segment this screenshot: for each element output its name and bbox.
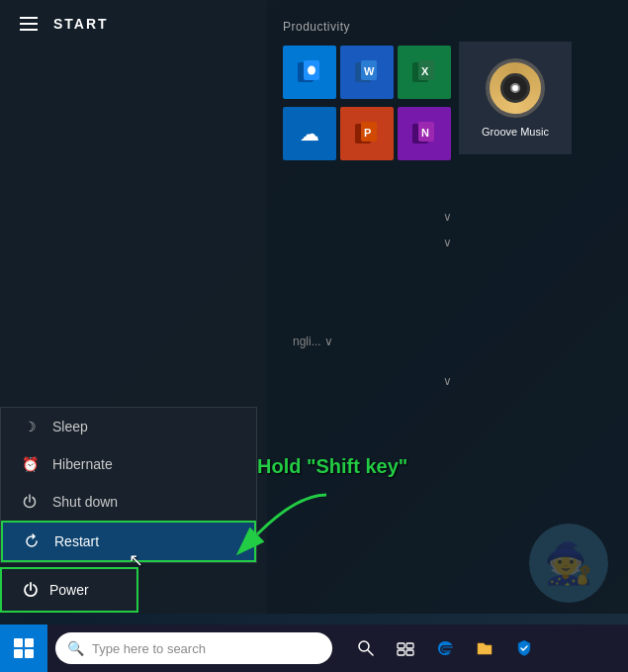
chevron-1: ∨ bbox=[283, 204, 612, 230]
tile-excel[interactable]: X bbox=[398, 46, 451, 99]
restart-menu-item[interactable]: Restart bbox=[1, 521, 256, 562]
svg-text:W: W bbox=[364, 65, 375, 77]
svg-text:N: N bbox=[421, 127, 429, 139]
power-button-label: Power bbox=[49, 582, 89, 598]
tile-groove-music[interactable]: Groove Music bbox=[459, 42, 572, 154]
start-title: START bbox=[53, 16, 109, 32]
svg-point-2 bbox=[308, 66, 315, 75]
svg-rect-21 bbox=[406, 650, 413, 655]
tiles-row-1: W X bbox=[283, 46, 451, 99]
restart-label: Restart bbox=[54, 533, 99, 549]
sleep-icon: ☽ bbox=[21, 418, 39, 435]
svg-rect-20 bbox=[398, 650, 404, 655]
taskbar-search-icon[interactable] bbox=[348, 630, 384, 666]
tile-onenote[interactable]: N bbox=[398, 107, 451, 160]
windows-logo-icon bbox=[14, 638, 34, 658]
tile-onedrive[interactable]: ☁ bbox=[283, 107, 336, 160]
hibernate-icon: ⏰ bbox=[21, 455, 39, 473]
chevron-2: ∨ bbox=[283, 230, 612, 255]
groove-music-label: Groove Music bbox=[482, 126, 549, 138]
tile-powerpoint[interactable]: P bbox=[340, 107, 394, 160]
taskbar-icons bbox=[340, 630, 550, 666]
taskbar-search-box[interactable]: 🔍 Type here to search bbox=[55, 632, 332, 664]
taskbar-start-button[interactable] bbox=[0, 624, 47, 672]
groove-music-icon bbox=[486, 58, 545, 118]
language-indicator: ngli... ∨ bbox=[283, 335, 612, 348]
tiles-area: Productivity W X ☁ P bbox=[267, 0, 628, 614]
taskbar-edge-icon[interactable] bbox=[427, 630, 463, 666]
taskbar: 🔍 Type here to search bbox=[0, 624, 628, 672]
taskbar-shield-icon[interactable] bbox=[506, 630, 542, 666]
hamburger-icon[interactable] bbox=[20, 17, 38, 31]
taskbar-task-view-icon[interactable] bbox=[388, 630, 423, 666]
tile-word[interactable]: W bbox=[340, 46, 394, 99]
watermark: 🧙 bbox=[529, 524, 608, 603]
sleep-label: Sleep bbox=[52, 419, 88, 434]
watermark-icon: 🧙 bbox=[529, 524, 608, 603]
taskbar-files-icon[interactable] bbox=[467, 630, 502, 666]
svg-text:X: X bbox=[421, 65, 429, 77]
search-icon: 🔍 bbox=[67, 640, 84, 656]
svg-line-17 bbox=[368, 650, 373, 655]
start-header: START bbox=[0, 0, 267, 48]
restart-icon bbox=[23, 532, 41, 550]
desktop: START Productivity W X ☁ bbox=[0, 0, 628, 672]
shutdown-menu-item[interactable]: Shut down bbox=[1, 483, 256, 521]
shutdown-icon bbox=[21, 493, 39, 511]
power-button[interactable]: Power bbox=[0, 567, 138, 613]
sleep-menu-item[interactable]: ☽ Sleep bbox=[1, 408, 256, 445]
svg-rect-18 bbox=[398, 643, 404, 648]
svg-rect-19 bbox=[406, 643, 413, 648]
tile-outlook[interactable] bbox=[283, 46, 336, 99]
power-button-icon bbox=[22, 581, 40, 599]
svg-text:P: P bbox=[364, 127, 371, 139]
search-placeholder-text: Type here to search bbox=[92, 641, 206, 656]
tiles-section-label: Productivity bbox=[283, 20, 612, 34]
power-submenu: ☽ Sleep ⏰ Hibernate Shut down Restart bbox=[0, 407, 257, 563]
shutdown-label: Shut down bbox=[52, 494, 118, 510]
hibernate-label: Hibernate bbox=[52, 456, 113, 472]
hibernate-menu-item[interactable]: ⏰ Hibernate bbox=[1, 445, 256, 483]
tiles-row-2: ☁ P N bbox=[283, 107, 451, 160]
chevron-3: ∨ bbox=[283, 368, 612, 394]
